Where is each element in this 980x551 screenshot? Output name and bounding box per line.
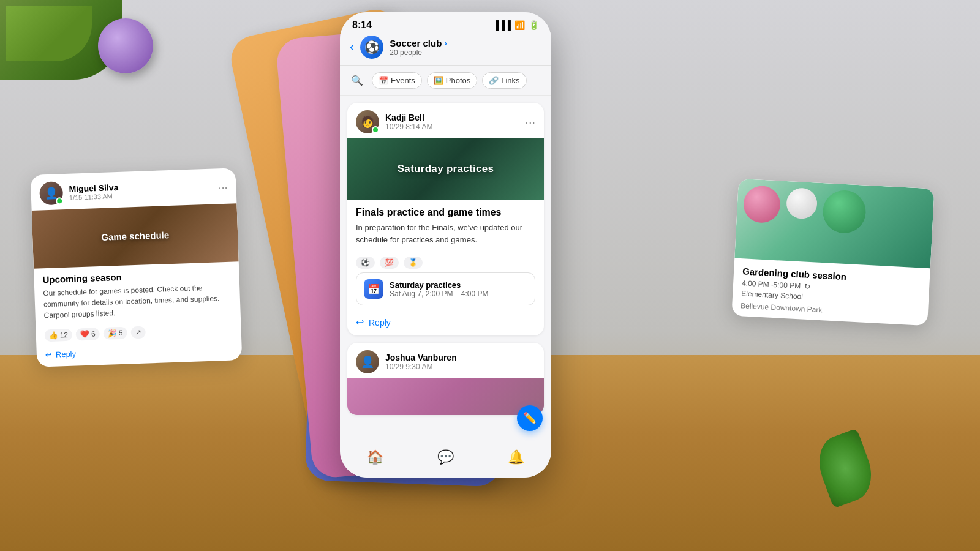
links-label: Links — [501, 76, 519, 85]
post-reply-1[interactable]: ↩ Reply — [347, 312, 544, 335]
event-icon-calendar: 📅 — [364, 279, 383, 299]
group-members-count: 20 people — [390, 48, 541, 57]
left-avatar: 👤 — [39, 181, 63, 205]
nav-notifications[interactable]: 🔔 — [508, 449, 524, 465]
phone-header: ‹ ⚽ Soccer club › 20 people — [340, 31, 551, 66]
thumbs-icon: 👍 — [49, 331, 58, 340]
group-name[interactable]: Soccer club › — [390, 38, 541, 48]
group-avatar: ⚽ — [360, 36, 383, 59]
tab-bar: 🔍 📅 Events 🖼️ Photos 🔗 Links — [340, 66, 551, 96]
group-info: Soccer club › 20 people — [390, 38, 541, 57]
group-name-chevron-icon: › — [444, 39, 447, 48]
event-time: Sat Aug 7, 2:00 PM – 4:00 PM — [390, 290, 488, 298]
signal-icon: ▐▐▐ — [492, 20, 511, 30]
party-count: 5 — [119, 329, 123, 337]
post-author-2: Joshua Vanburen — [385, 353, 535, 362]
heart-icon: ❤️ — [80, 330, 89, 339]
compose-fab-button[interactable]: ✏️ — [517, 405, 543, 431]
event-info: Saturday practices Sat Aug 7, 2:00 PM – … — [390, 280, 488, 298]
post-image-1: Saturday practices — [347, 138, 544, 200]
post-header-1: 🧑 Kadji Bell 10/29 8:14 AM ··· — [347, 103, 544, 138]
nav-home[interactable]: 🏠 — [367, 449, 383, 465]
post-card-1: 🧑 Kadji Bell 10/29 8:14 AM ··· Saturday … — [347, 103, 544, 335]
post-time-1: 10/29 8:14 AM — [385, 122, 519, 131]
online-badge-1 — [372, 126, 379, 133]
post-card-2: 👤 Joshua Vanburen 10/29 9:30 AM — [347, 343, 544, 415]
phone-scroll-area[interactable]: 🧑 Kadji Bell 10/29 8:14 AM ··· Saturday … — [340, 96, 551, 443]
bottom-navigation: 🏠 💬 🔔 — [340, 443, 551, 478]
right-card-gardening: Gardening club session 4:00 PM–5:00 PM ↻… — [731, 179, 934, 326]
left-text: Our schedule for games is posted. Check … — [43, 282, 232, 321]
post-more-button-1[interactable]: ··· — [525, 115, 535, 129]
post-image-label-1: Saturday practices — [398, 163, 494, 175]
left-reaction-heart[interactable]: ❤️ 6 — [76, 328, 100, 340]
left-online-badge — [56, 197, 63, 204]
post-body-1: Finals practice and game times In prepar… — [347, 200, 544, 253]
share-icon: ↗ — [135, 328, 141, 337]
event-title: Saturday practices — [390, 280, 488, 290]
event-card-saturday[interactable]: 📅 Saturday practices Sat Aug 7, 2:00 PM … — [356, 272, 535, 305]
right-card-image — [734, 179, 934, 269]
post-avatar-1: 🧑 — [356, 110, 379, 133]
left-card-image: Game schedule — [32, 203, 239, 269]
left-card-miguel: 👤 Miguel Silva 1/15 11:33 AM ··· Game sc… — [31, 168, 243, 367]
main-phone: 8:14 ▐▐▐ 📶 🔋 ‹ ⚽ Soccer club › 20 people… — [340, 12, 551, 478]
left-reaction-party[interactable]: 🎉 5 — [103, 327, 127, 340]
right-card-body: Gardening club session 4:00 PM–5:00 PM ↻… — [731, 258, 930, 326]
phone-status-icons: ▐▐▐ 📶 🔋 — [492, 20, 539, 30]
post-time-2: 10/29 9:30 AM — [385, 362, 535, 371]
right-repeat-icon: ↻ — [804, 282, 811, 291]
reply-label-1: Reply — [369, 318, 391, 328]
tab-photos[interactable]: 🖼️ Photos — [427, 72, 477, 89]
purple-ball-decoration — [98, 18, 153, 73]
left-share-icon[interactable]: ↗ — [130, 326, 146, 339]
right-card-balls — [742, 185, 867, 234]
ball-white — [786, 187, 818, 220]
left-reply-icon: ↩ — [45, 350, 53, 359]
search-tab-icon[interactable]: 🔍 — [347, 70, 367, 90]
left-card-body: Upcoming season Our schedule for games i… — [34, 261, 241, 326]
heart-count: 6 — [91, 329, 96, 338]
left-meta: Miguel Silva 1/15 11:33 AM — [69, 179, 213, 201]
reaction-soccer[interactable]: ⚽ — [356, 257, 375, 269]
tab-links[interactable]: 🔗 Links — [482, 72, 526, 89]
ball-green — [822, 189, 867, 234]
wifi-icon: 📶 — [514, 20, 525, 30]
links-icon: 🔗 — [489, 76, 499, 85]
group-name-text: Soccer club — [390, 38, 442, 48]
phone-time: 8:14 — [352, 20, 372, 31]
events-icon: 📅 — [379, 76, 388, 85]
left-image-label: Game schedule — [101, 230, 169, 242]
post-author-1: Kadji Bell — [385, 113, 519, 122]
left-reaction-thumbs[interactable]: 👍 12 — [44, 329, 72, 342]
party-icon: 🎉 — [108, 329, 117, 338]
left-more-button[interactable]: ··· — [218, 181, 228, 194]
post-reactions-1: ⚽ 💯 🥇 — [347, 253, 544, 272]
post-text-1: In preparation for the Finals, we've upd… — [356, 222, 535, 246]
avatar-img-joshua: 👤 — [356, 350, 379, 373]
right-time: 4:00 PM–5:00 PM — [742, 279, 801, 290]
post-meta-1: Kadji Bell 10/29 8:14 AM — [385, 113, 519, 131]
reaction-medal[interactable]: 🥇 — [404, 257, 423, 269]
back-button[interactable]: ‹ — [350, 39, 354, 55]
post-avatar-2: 👤 — [356, 350, 379, 373]
post-title-1: Finals practice and game times — [356, 207, 535, 218]
status-bar: 8:14 ▐▐▐ 📶 🔋 — [340, 12, 551, 31]
tab-events[interactable]: 📅 Events — [372, 72, 422, 89]
compose-icon: ✏️ — [523, 411, 537, 425]
post-header-2: 👤 Joshua Vanburen 10/29 9:30 AM — [347, 343, 544, 378]
left-reply-label: Reply — [56, 350, 77, 359]
ball-pink — [742, 185, 781, 223]
photos-label: Photos — [446, 76, 470, 85]
post-image-2 — [347, 378, 544, 415]
battery-icon: 🔋 — [529, 20, 539, 30]
reaction-100[interactable]: 💯 — [380, 257, 399, 269]
reply-icon-1: ↩ — [356, 317, 364, 328]
nav-chat[interactable]: 💬 — [437, 449, 454, 465]
events-label: Events — [391, 76, 415, 85]
photos-icon: 🖼️ — [434, 76, 443, 85]
post-meta-2: Joshua Vanburen 10/29 9:30 AM — [385, 353, 535, 371]
thumbs-count: 12 — [60, 331, 69, 339]
